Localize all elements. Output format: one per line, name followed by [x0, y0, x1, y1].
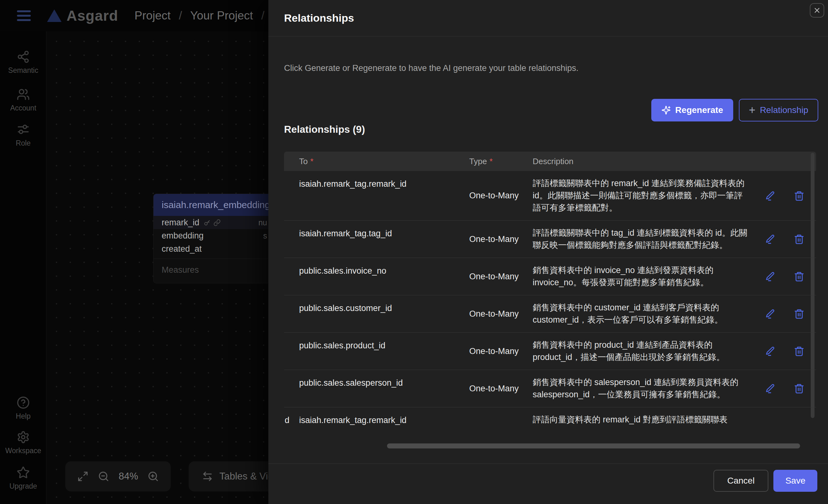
relationship-to: public.sales.customer_id — [284, 295, 469, 320]
relationship-description: 銷售資料表中的 salesperson_id 連結到業務員資料表的 salesp… — [529, 370, 753, 407]
table-field-row[interactable]: created_at — [154, 242, 268, 255]
sidebar-item-label: Role — [16, 139, 31, 148]
edit-relationship-button[interactable] — [765, 271, 776, 282]
diagram-canvas[interactable]: isaiah.remark_embeddings remark_id nu em… — [46, 31, 268, 504]
sidebar-item-workspace[interactable]: Workspace — [0, 430, 46, 455]
brand-name: Asgard — [67, 7, 118, 24]
edit-relationship-button[interactable] — [765, 383, 776, 394]
edit-relationship-button[interactable] — [765, 346, 776, 356]
sidebar-item-label: Semantic — [8, 66, 38, 75]
pencil-icon — [765, 346, 776, 356]
breadcrumb-your-project[interactable]: Your Project — [190, 9, 253, 22]
pencil-icon — [765, 234, 776, 245]
trash-icon — [794, 234, 804, 245]
relationship-description: 評語向量資料表的 remark_id 對應到評語標籤關聯表 — [529, 407, 753, 432]
trash-icon — [794, 191, 804, 201]
table-row: public.sales.product_id One-to-Many 銷售資料… — [284, 332, 816, 370]
delete-relationship-button[interactable] — [794, 308, 804, 319]
table-row: isaiah.remark_tag.remark_id One-to-Many … — [284, 171, 816, 220]
table-row: public.sales.salesperson_id One-to-Many … — [284, 370, 816, 407]
help-circle-icon — [17, 396, 30, 409]
relationship-to: isaiah.remark_tag.tag_id — [284, 221, 469, 245]
star-icon — [17, 466, 30, 479]
expand-icon[interactable] — [77, 471, 88, 482]
row-actions — [753, 407, 816, 432]
row-actions — [753, 171, 816, 220]
table-row: public.sales.invoice_no One-to-Many 銷售資料… — [284, 258, 816, 295]
relationship-type: One-to-Many — [469, 370, 529, 407]
sliders-icon — [17, 123, 30, 136]
menu-icon[interactable] — [17, 10, 31, 21]
zoom-in-icon[interactable] — [148, 471, 159, 482]
add-relationship-button[interactable]: + Relationship — [739, 99, 818, 121]
sidebar-item-semantic[interactable]: Semantic — [0, 50, 46, 75]
sidebar-item-role[interactable]: Role — [0, 123, 46, 148]
pencil-icon — [765, 271, 776, 282]
delete-relationship-button[interactable] — [794, 271, 804, 282]
delete-relationship-button[interactable] — [794, 234, 804, 245]
table-node-title[interactable]: isaiah.remark_embeddings — [154, 194, 268, 216]
modal-description: Click Generate or Regenerate to have the… — [284, 64, 578, 73]
relationship-to: isaiah.remark_tag.remark_id — [284, 171, 469, 195]
edit-relationship-button[interactable] — [765, 308, 776, 319]
breadcrumb-project[interactable]: Project — [134, 9, 170, 22]
relationship-type: One-to-Many — [469, 258, 529, 295]
relationship-description: 評語標籤關聯表中的 remark_id 連結到業務備註資料表的 id。此關聯描述… — [529, 171, 753, 220]
zoom-out-icon[interactable] — [98, 471, 109, 482]
delete-relationship-button[interactable] — [794, 191, 804, 201]
delete-relationship-button[interactable] — [794, 383, 804, 394]
required-asterisk: * — [310, 157, 313, 166]
clipped-text-fragment: d — [285, 416, 289, 425]
column-header-description: Description — [529, 157, 753, 166]
sidebar-item-help[interactable]: Help — [0, 396, 46, 421]
save-button[interactable]: Save — [773, 470, 817, 492]
breadcrumb: Project / Your Project / S — [134, 9, 280, 22]
sidebar-item-label: Help — [16, 412, 31, 421]
regenerate-button[interactable]: Regenerate — [651, 99, 733, 121]
app-screen: Asgard Project / Your Project / S Semant… — [0, 0, 828, 504]
edit-relationship-button[interactable] — [765, 191, 776, 201]
regenerate-label: Regenerate — [675, 105, 723, 115]
trash-icon — [794, 308, 804, 319]
sidebar-item-account[interactable]: Account — [0, 88, 46, 112]
close-button[interactable] — [810, 3, 824, 17]
zoom-level: 84% — [119, 471, 138, 482]
relationship-type — [469, 407, 529, 432]
breadcrumb-separator: / — [179, 9, 182, 22]
table-node-remark-embeddings[interactable]: isaiah.remark_embeddings remark_id nu em… — [153, 194, 268, 283]
table-row: public.sales.customer_id One-to-Many 銷售資… — [284, 295, 816, 332]
table-header-row: To* Type* Description — [284, 152, 816, 171]
tables-views-toggle[interactable]: Tables & Vie — [189, 461, 268, 492]
edit-relationship-button[interactable] — [765, 234, 776, 245]
horizontal-scrollbar[interactable] — [387, 444, 800, 449]
modal-title: Relationships — [284, 12, 354, 24]
semantic-graph-icon — [17, 50, 30, 64]
relationship-to: public.sales.product_id — [284, 333, 469, 357]
pencil-icon — [765, 383, 776, 394]
delete-relationship-button[interactable] — [794, 346, 804, 356]
field-name: embedding — [162, 231, 204, 241]
table-field-row[interactable]: embedding s — [154, 229, 268, 242]
relationship-to: public.sales.invoice_no — [284, 258, 469, 282]
required-asterisk: * — [489, 157, 493, 166]
table-row: isaiah.remark_tag.tag_id One-to-Many 評語標… — [284, 220, 816, 258]
pencil-icon — [765, 308, 776, 319]
relationship-description: 評語標籤關聯表中的 tag_id 連結到標籤資料表的 id。此關聯反映一個標籤能… — [529, 221, 753, 258]
swap-arrows-icon — [202, 471, 213, 482]
sidebar-item-upgrade[interactable]: Upgrade — [0, 466, 46, 491]
cancel-button[interactable]: Cancel — [713, 470, 769, 492]
relationship-type: One-to-Many — [469, 333, 529, 370]
relationship-description: 銷售資料表中的 invoice_no 連結到發票資料表的 invoice_no。… — [529, 258, 753, 295]
relationship-to: public.sales.salesperson_id — [284, 370, 469, 394]
trash-icon — [794, 346, 804, 356]
relationship-type: One-to-Many — [469, 295, 529, 332]
trash-icon — [794, 271, 804, 282]
field-name: created_at — [162, 244, 202, 254]
column-header-to: To* — [284, 157, 469, 166]
table-field-row[interactable]: remark_id nu — [154, 216, 268, 229]
modal-header: Relationships — [268, 0, 828, 36]
table-row-partial: d isaiah.remark_tag.remark_id 評語向量資料表的 r… — [284, 407, 816, 432]
measures-section-label: Measures — [154, 259, 268, 283]
relationship-to: isaiah.remark_tag.remark_id — [284, 407, 469, 431]
sidebar-item-label: Workspace — [5, 447, 41, 455]
